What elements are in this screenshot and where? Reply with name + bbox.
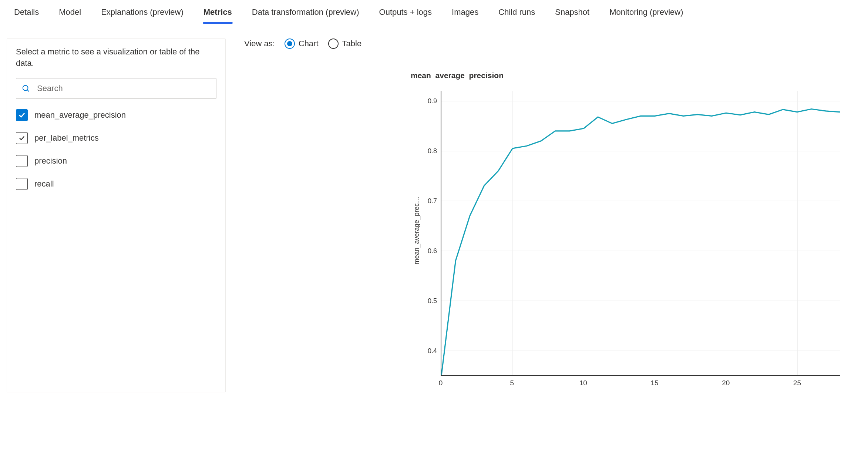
x-tick: 25 (793, 379, 801, 387)
content-row: Select a metric to see a visualization o… (0, 26, 868, 392)
tab-monitoring-preview[interactable]: Monitoring (preview) (609, 5, 684, 24)
metric-item-mean_average_precision[interactable]: mean_average_precision (16, 109, 216, 121)
search-wrap (16, 78, 216, 99)
metrics-sidebar: Select a metric to see a visualization o… (7, 38, 226, 392)
y-axis-ticks: 0.40.50.60.70.80.9 (423, 91, 441, 376)
y-tick: 0.5 (428, 297, 437, 305)
tab-model[interactable]: Model (58, 5, 82, 24)
metric-list: mean_average_precisionper_label_metricsp… (16, 109, 216, 190)
tab-snapshot[interactable]: Snapshot (554, 5, 590, 24)
y-tick: 0.7 (428, 197, 437, 205)
tab-data-transformation-preview[interactable]: Data transformation (preview) (251, 5, 360, 24)
checkbox-recall[interactable] (16, 178, 28, 190)
checkbox-mean_average_precision[interactable] (16, 109, 28, 121)
y-tick: 0.4 (428, 347, 437, 355)
tab-child-runs[interactable]: Child runs (498, 5, 536, 24)
tab-metrics[interactable]: Metrics (203, 5, 233, 24)
tab-bar: DetailsModelExplanations (preview)Metric… (0, 0, 868, 26)
metric-label: mean_average_precision (34, 110, 126, 120)
radio-label: Chart (299, 39, 319, 48)
metric-item-recall[interactable]: recall (16, 178, 216, 190)
main-panel: View as: ChartTable mean_average_precisi… (244, 38, 868, 392)
y-axis-label: mean_average_prec… (411, 197, 423, 264)
x-tick: 5 (510, 379, 514, 387)
view-as-group: View as: ChartTable (244, 38, 857, 49)
y-tick: 0.9 (428, 97, 437, 105)
checkbox-precision[interactable] (16, 155, 28, 167)
view-as-table[interactable]: Table (328, 38, 362, 49)
y-tick: 0.6 (428, 247, 437, 255)
metric-label: recall (34, 179, 54, 189)
svg-line-1 (27, 90, 29, 91)
x-tick: 0 (439, 379, 443, 387)
metric-label: per_label_metrics (34, 133, 99, 143)
view-as-chart[interactable]: Chart (285, 38, 319, 49)
x-axis-ticks: 0510152025 (441, 379, 840, 392)
chart-title: mean_average_precision (411, 71, 840, 80)
metric-item-per_label_metrics[interactable]: per_label_metrics (16, 132, 216, 144)
plot-area (441, 91, 840, 376)
radio-dot-icon (285, 38, 295, 49)
series-line (441, 109, 840, 375)
metric-label: precision (34, 156, 67, 166)
tab-outputs-logs[interactable]: Outputs + logs (379, 5, 433, 24)
radio-dot-icon (328, 38, 339, 49)
tab-images[interactable]: Images (451, 5, 479, 24)
sidebar-description: Select a metric to see a visualization o… (16, 46, 216, 69)
search-input[interactable] (16, 78, 216, 99)
x-tick: 15 (650, 379, 658, 387)
tab-explanations-preview[interactable]: Explanations (preview) (100, 5, 184, 24)
view-as-label: View as: (244, 39, 275, 48)
tab-details[interactable]: Details (13, 5, 40, 24)
search-icon (22, 84, 30, 93)
metric-item-precision[interactable]: precision (16, 155, 216, 167)
checkbox-per_label_metrics[interactable] (16, 132, 28, 144)
radio-label: Table (342, 39, 362, 48)
chart-container: mean_average_precision mean_average_prec… (411, 71, 840, 392)
x-tick: 20 (722, 379, 730, 387)
x-tick: 10 (579, 379, 587, 387)
y-tick: 0.8 (428, 147, 437, 155)
svg-point-0 (23, 85, 28, 90)
